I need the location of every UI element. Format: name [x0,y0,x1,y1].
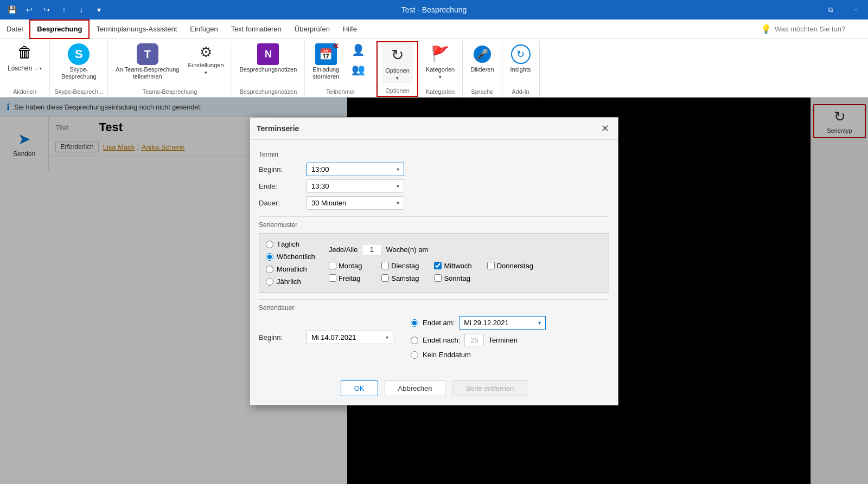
jaehrlich-option[interactable]: Jährlich [266,278,320,286]
abbrechen-button[interactable]: Abbrechen [385,380,446,396]
taeglich-option[interactable]: Täglich [266,240,320,248]
dienstag-checkbox[interactable] [381,262,389,269]
menu-terminplanung[interactable]: Terminplanungs-Assistent [90,20,183,39]
montag-checkbox[interactable] [329,262,336,269]
serienmuster-label: Serienmuster [259,221,609,229]
insights-button[interactable]: ↻ Insights [507,41,535,75]
day-grid: Montag Dienstag Mittwoch [329,262,533,282]
aktionen-label: Aktionen [4,87,45,97]
monatlich-radio[interactable] [266,266,273,273]
pattern-radio-group: Täglich Wöchentlich Monatlich [266,240,320,286]
interval-input[interactable] [362,244,381,255]
dauer-chevron: ▾ [397,200,399,206]
endet-am-date-value: Mi 29.12.2021 [464,319,508,327]
down-icon[interactable]: ↓ [74,2,89,17]
arrow-right-icon: → [33,66,39,72]
loeschen-button[interactable]: 🗑 [13,41,37,63]
monatlich-label: Monatlich [277,265,307,273]
menu-einfuegen[interactable]: Einfügen [183,20,224,39]
person2-button[interactable]: 👥 [344,61,372,78]
kein-enddatum-radio[interactable] [411,351,418,359]
title-bar: 💾 ↩ ↪ ↑ ↓ ▾ Test - Besprechung ⧉ − [0,0,868,20]
jaehrlich-radio[interactable] [266,278,273,286]
beginn-select[interactable]: 13:00 ▾ [307,163,404,176]
termin-grid: Beginn: 13:00 ▾ Ende: 13:30 ▾ Dauer: 30 … [259,163,609,210]
kategorien-button[interactable]: 🚩 Kategorien▾ [423,41,458,82]
redo-icon[interactable]: ↪ [39,2,54,17]
menu-datei[interactable]: Datei [0,20,29,39]
donnerstag-checkbox[interactable] [487,262,495,269]
mittwoch-checkbox[interactable] [434,262,442,269]
modal-close-button[interactable]: ✕ [598,122,611,135]
ribbon-group-teilnehmer: 📅 ✕ Einladungstornieren 👤 👥 Teilnehmer [305,41,376,97]
freitag-checkbox[interactable] [329,274,336,282]
samstag-label: Samstag [391,274,419,282]
kein-enddatum-label: Kein Enddatum [423,351,471,359]
woechentlich-option[interactable]: Wöchentlich [266,253,320,261]
customize-icon[interactable]: ▾ [91,2,106,17]
flag-icon: 🚩 [430,43,451,65]
endet-nach-radio[interactable] [411,337,418,344]
menu-text-formatieren[interactable]: Text formatieren [225,20,288,39]
onenote-icon: N [257,43,279,65]
einladung-stornieren-button[interactable]: 📅 ✕ Einladungstornieren [309,41,342,82]
sonntag-checkbox[interactable] [434,274,442,282]
undo-icon[interactable]: ↩ [22,2,37,17]
optionen-items: ↻ Optionen▾ [382,42,413,86]
mittwoch-option[interactable]: Mittwoch [434,262,480,270]
loeschen-button-wrap: 🗑 Löschen → ▾ [4,41,45,73]
skype-group-label: Skype-Besprech... [54,87,103,97]
beginn-date-select[interactable]: Mi 14.07.2021 ▾ [307,331,393,344]
kategorien-items: 🚩 Kategorien▾ [423,41,458,87]
donnerstag-option[interactable]: Donnerstag [487,262,533,270]
title-bar-left-controls: 💾 ↩ ↪ ↑ ↓ ▾ [0,0,106,20]
menu-besprechung[interactable]: Besprechung [29,20,90,39]
menu-hilfe[interactable]: Hilfe [336,20,363,39]
skype-besprechung-button[interactable]: S Skype-Besprechung [58,41,100,82]
menu-ueberpruefen[interactable]: Überprüfen [288,20,336,39]
save-icon[interactable]: 💾 [4,2,20,17]
teams-join-button[interactable]: T An Teams-Besprechungteilnehmen [112,41,182,82]
restore-button[interactable]: ⧉ [818,0,843,20]
termin-section-label: Termin [259,151,609,158]
settings-icon: ⚙ [197,43,214,61]
samstag-option[interactable]: Samstag [381,274,427,282]
sonntag-option[interactable]: Sonntag [434,274,480,282]
teams-einstellungen-button[interactable]: ⚙ Einstellungen▾ [184,41,227,78]
modal-title: Terminserie [257,124,299,133]
up-icon[interactable]: ↑ [56,2,72,17]
dauer-select[interactable]: 30 Minuten ▾ [307,196,404,210]
taeglich-radio[interactable] [266,241,273,248]
samstag-checkbox[interactable] [381,274,389,282]
menu-search-area: 💡 [761,24,868,34]
woechentlich-radio[interactable] [266,253,273,261]
minimize-button[interactable]: − [843,0,868,20]
loeschen-label-arrow[interactable]: Löschen → ▾ [4,63,45,73]
endet-am-label: Endet am: [423,319,455,327]
monatlich-option[interactable]: Monatlich [266,265,320,273]
search-input[interactable] [775,25,861,33]
montag-option[interactable]: Montag [329,262,375,270]
diktieren-button[interactable]: 🎤 Diktieren [467,41,497,75]
optionen-button[interactable]: ↻ Optionen▾ [382,42,413,83]
lightbulb-icon: 💡 [761,24,771,34]
ribbon: 🗑 Löschen → ▾ Aktionen S Skype-B [0,39,868,98]
endet-am-date-select[interactable]: Mi 29.12.2021 ▾ [459,316,546,330]
teams-icon: T [137,43,158,65]
ribbon-group-notizen: N Besprechungsnotizen Besprechungsnotize… [232,41,305,97]
beginn-value: 13:00 [311,165,329,173]
woche-label: Woche(n) am [386,246,428,254]
person-button[interactable]: 👤 [344,41,372,59]
mic-icon: 🎤 [471,43,493,65]
dienstag-option[interactable]: Dienstag [381,262,427,270]
ende-select[interactable]: 13:30 ▾ [307,179,404,193]
freitag-option[interactable]: Freitag [329,274,375,282]
besprechungsnotizen-button[interactable]: N Besprechungsnotizen [237,41,301,75]
ok-button[interactable]: OK [341,380,378,396]
teams-label: An Teams-Besprechungteilnehmen [116,66,179,80]
endet-am-row: Endet am: Mi 29.12.2021 ▾ [411,316,546,330]
endet-nach-input[interactable] [464,334,484,346]
modal-body: Termin Beginn: 13:00 ▾ Ende: 13:30 ▾ Dau… [250,140,618,374]
endet-am-radio[interactable] [411,319,418,327]
ende-value: 13:30 [311,182,329,190]
